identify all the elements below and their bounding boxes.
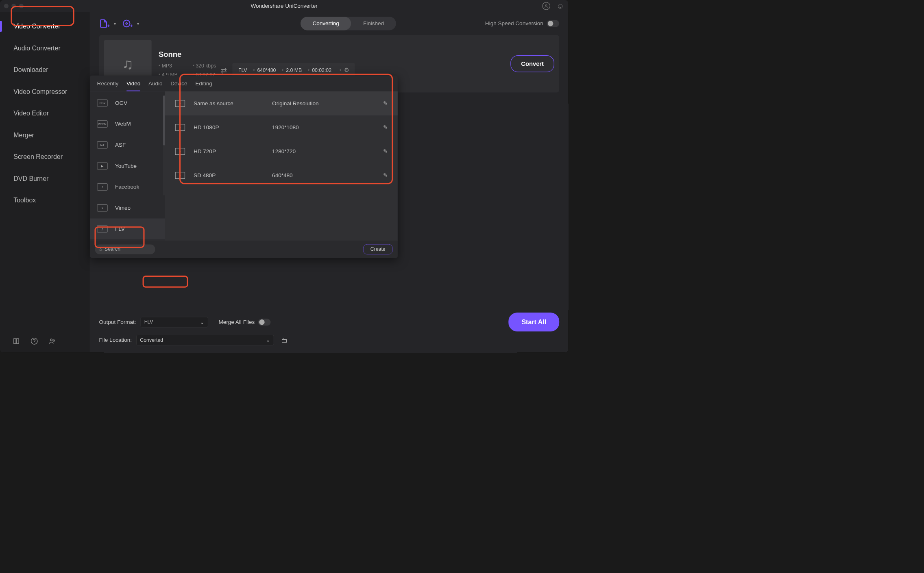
sidebar-item-downloader[interactable]: Downloader xyxy=(0,59,90,81)
sidebar-item-video-editor[interactable]: Video Editor xyxy=(0,102,90,124)
maximize-window-icon[interactable] xyxy=(19,4,24,8)
status-tabs: Converting Finished xyxy=(301,17,396,30)
format-item-label: OGV xyxy=(115,100,127,106)
output-format-label: Output Format: xyxy=(99,319,136,325)
help-icon[interactable] xyxy=(31,337,38,345)
format-picker-popover: RecentlyVideoAudioDeviceEditing OGVOGVWE… xyxy=(90,76,397,258)
close-window-icon[interactable] xyxy=(4,4,9,8)
window-title: Wondershare UniConverter xyxy=(251,3,317,9)
sidebar-item-audio-converter[interactable]: Audio Converter xyxy=(0,37,90,59)
scrollbar[interactable] xyxy=(163,96,165,195)
sidebar-item-video-compressor[interactable]: Video Compressor xyxy=(0,81,90,103)
account-icon[interactable] xyxy=(542,2,550,10)
popover-tab-recently[interactable]: Recently xyxy=(97,80,119,91)
search-placeholder: Search xyxy=(105,246,120,252)
format-item-label: ASF xyxy=(115,142,126,148)
minimize-window-icon[interactable] xyxy=(11,4,16,8)
edit-icon[interactable]: ✎ xyxy=(383,124,388,131)
edit-icon[interactable]: ✎ xyxy=(383,172,388,179)
sidebar-item-screen-recorder[interactable]: Screen Recorder xyxy=(0,146,90,168)
add-file-button[interactable]: + ▾ xyxy=(99,19,116,28)
feedback-icon[interactable]: ☺ xyxy=(556,2,564,10)
resolution-dim: 1920*1080 xyxy=(272,124,375,131)
svg-point-2 xyxy=(50,339,52,341)
resolution-name: Same as source xyxy=(194,100,264,107)
ogv-icon: OGV xyxy=(97,100,108,106)
sidebar: Video ConverterAudio ConverterDownloader… xyxy=(0,12,90,353)
sidebar-item-merger[interactable]: Merger xyxy=(0,124,90,146)
dst-duration: 00:02:02 xyxy=(308,67,331,73)
svg-point-5 xyxy=(126,23,127,24)
resolution-item[interactable]: SD 480P 640*480 ✎ xyxy=(165,163,398,187)
sidebar-item-dvd-burner[interactable]: DVD Burner xyxy=(0,168,90,190)
webm-icon: WEBM xyxy=(97,120,108,127)
add-dvd-button[interactable]: + ▾ xyxy=(122,19,139,28)
sidebar-item-video-converter[interactable]: Video Converter xyxy=(0,15,90,37)
popover-tab-video[interactable]: Video xyxy=(126,80,140,91)
src-format: MP3 xyxy=(159,63,178,69)
format-item-webm[interactable]: WEBMWebM xyxy=(90,113,165,135)
resolution-item[interactable]: Same as source Original Resolution ✎ xyxy=(165,91,398,115)
format-item-flv[interactable]: ƒFLV xyxy=(90,219,165,240)
vimeo-icon: v xyxy=(97,204,108,211)
tab-finished[interactable]: Finished xyxy=(351,17,396,30)
video-icon xyxy=(175,100,185,107)
toolbar: + ▾ + ▾ Converting Finished High Speed C… xyxy=(90,12,568,35)
start-all-button[interactable]: Start All xyxy=(508,313,559,331)
guide-icon[interactable] xyxy=(13,337,20,345)
format-item-youtube[interactable]: ▶YouTube xyxy=(90,156,165,177)
format-item-vimeo[interactable]: vVimeo xyxy=(90,198,165,219)
edit-icon[interactable]: ✎ xyxy=(383,100,388,107)
output-format-select[interactable]: FLV ⌄ xyxy=(141,317,208,328)
sidebar-item-toolbox[interactable]: Toolbox xyxy=(0,189,90,211)
chevron-down-icon: ⌄ xyxy=(266,337,270,343)
edit-icon[interactable]: ✎ xyxy=(383,148,388,155)
format-item-label: Facebook xyxy=(115,184,139,190)
format-item-ogv[interactable]: OGVOGV xyxy=(90,93,165,114)
merge-label: Merge All Files xyxy=(218,319,255,325)
format-list: OGVOGVWEBMWebMASFASF▶YouTubefFacebookvVi… xyxy=(90,91,165,241)
popover-tab-audio[interactable]: Audio xyxy=(148,80,163,91)
footer: Output Format: FLV ⌄ Merge All Files Sta… xyxy=(90,308,568,352)
svg-point-4 xyxy=(123,20,130,27)
src-bitrate: 320 kbps xyxy=(193,63,216,69)
create-button[interactable]: Create xyxy=(363,244,393,254)
video-icon xyxy=(175,172,185,179)
youtube-icon: ▶ xyxy=(97,163,108,169)
format-item-facebook[interactable]: fFacebook xyxy=(90,176,165,198)
dst-format: FLV xyxy=(238,67,247,73)
asf-icon: ASF xyxy=(97,141,108,148)
open-folder-icon[interactable]: 🗀 xyxy=(281,336,288,344)
format-item-asf[interactable]: ASFASF xyxy=(90,135,165,156)
gear-icon[interactable]: ⚙ xyxy=(340,67,349,74)
community-icon[interactable] xyxy=(48,337,56,345)
output-format-value: FLV xyxy=(144,319,153,325)
file-location-select[interactable]: Converted ⌄ xyxy=(136,335,274,345)
convert-button[interactable]: Convert xyxy=(510,55,554,72)
resolution-item[interactable]: HD 720P 1280*720 ✎ xyxy=(165,139,398,163)
format-item-label: Vimeo xyxy=(115,205,131,211)
popover-tab-device[interactable]: Device xyxy=(170,80,187,91)
highspeed-toggle[interactable] xyxy=(547,20,559,27)
resolution-item[interactable]: HD 1080P 1920*1080 ✎ xyxy=(165,115,398,139)
highspeed-label: High Speed Conversion xyxy=(485,20,543,27)
search-input[interactable]: ⌕ Search xyxy=(95,244,155,254)
video-icon xyxy=(175,148,185,155)
traffic-lights xyxy=(4,4,24,8)
resolution-name: HD 720P xyxy=(194,148,264,155)
svg-point-0 xyxy=(545,4,547,6)
music-note-icon: ♫ xyxy=(122,55,133,72)
resolution-dim: 640*480 xyxy=(272,172,375,179)
dst-resolution: 640*480 xyxy=(253,67,276,73)
svg-point-3 xyxy=(53,340,54,341)
resolution-name: HD 1080P xyxy=(194,124,264,131)
video-icon xyxy=(175,124,185,131)
resolution-dim: 1280*720 xyxy=(272,148,375,155)
tab-converting[interactable]: Converting xyxy=(301,17,351,30)
merge-toggle[interactable] xyxy=(258,319,271,326)
file-location-value: Converted xyxy=(140,337,163,343)
popover-tab-editing[interactable]: Editing xyxy=(195,80,212,91)
resolution-name: SD 480P xyxy=(194,172,264,179)
format-item-label: WebM xyxy=(115,121,131,127)
resolution-dim: Original Resolution xyxy=(272,100,375,107)
